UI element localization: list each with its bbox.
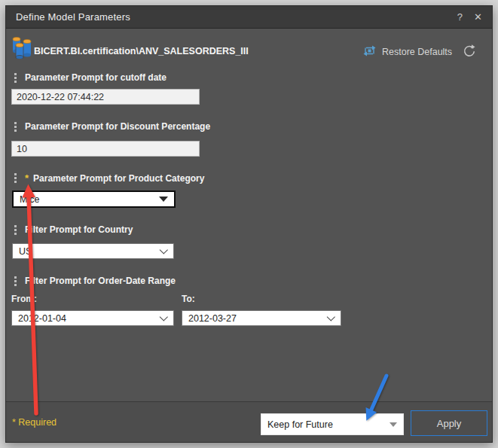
close-icon[interactable]: ✕: [474, 12, 482, 22]
param-discount-label: Parameter Prompt for Discount Percentage: [25, 121, 210, 132]
country-dropdown[interactable]: US: [12, 243, 174, 259]
to-date-dropdown[interactable]: 2012-03-27: [182, 310, 341, 326]
filter-date-range-label-row: Filter Prompt for Order-Date Range: [14, 276, 176, 286]
screen-background: Define Model Parameters ? ✕ BICERT.BI.ce…: [0, 0, 498, 448]
to-date-value: 2012-03-27: [188, 313, 328, 324]
filter-country-label: Filter Prompt for Country: [25, 224, 133, 235]
required-note: * Required: [12, 417, 57, 428]
param-product-category-label: Parameter Prompt for Product Category: [33, 173, 204, 184]
drag-handle-dots-icon[interactable]: [14, 173, 17, 183]
to-label: To:: [182, 294, 195, 304]
apply-button[interactable]: Apply: [411, 410, 487, 436]
filter-date-range-label: Filter Prompt for Order-Date Range: [25, 276, 176, 286]
filter-country-label-row: Filter Prompt for Country: [14, 224, 133, 235]
required-asterisk: *: [25, 172, 29, 184]
param-cutoff-date-label-row: Parameter Prompt for cutoff date: [14, 72, 167, 83]
refresh-icon[interactable]: [462, 44, 477, 62]
help-icon[interactable]: ?: [457, 12, 463, 22]
cutoff-date-input[interactable]: [11, 89, 200, 105]
param-discount-label-row: Parameter Prompt for Discount Percentage: [14, 121, 210, 132]
from-date-dropdown[interactable]: 2012-01-04: [11, 310, 174, 326]
drag-handle-dots-icon[interactable]: [14, 122, 17, 132]
keep-for-future-dropdown[interactable]: Keep for Future: [261, 413, 404, 435]
param-cutoff-date-label: Parameter Prompt for cutoff date: [25, 72, 167, 83]
define-model-parameters-dialog: Define Model Parameters ? ✕ BICERT.BI.ce…: [5, 5, 493, 443]
restore-defaults-label: Restore Defaults: [382, 47, 452, 57]
from-date-value: 2012-01-04: [18, 313, 161, 324]
chevron-down-icon: [390, 422, 397, 427]
model-name: BICERT.BI.certification\ANV_SALESORDERS_…: [34, 46, 249, 56]
product-category-value: Mice: [20, 194, 159, 205]
model-cylinders-icon: [12, 36, 32, 62]
param-product-category-label-row: * Parameter Prompt for Product Category: [14, 172, 204, 184]
keep-for-future-value: Keep for Future: [267, 419, 390, 430]
chevron-down-icon: [159, 197, 168, 202]
dialog-titlebar: Define Model Parameters ? ✕: [6, 6, 492, 29]
restore-defaults-button[interactable]: Restore Defaults: [363, 45, 452, 59]
discount-percentage-input[interactable]: [11, 141, 200, 157]
from-label: From:: [11, 294, 37, 304]
drag-handle-dots-icon[interactable]: [14, 73, 17, 83]
dialog-title: Define Model Parameters: [16, 11, 130, 23]
country-value: US: [19, 246, 161, 257]
drag-handle-dots-icon[interactable]: [14, 276, 17, 286]
dialog-footer: * Required Keep for Future Apply: [6, 401, 492, 442]
product-category-dropdown[interactable]: Mice: [12, 190, 176, 208]
restore-defaults-icon: [363, 45, 376, 59]
drag-handle-dots-icon[interactable]: [14, 225, 17, 235]
